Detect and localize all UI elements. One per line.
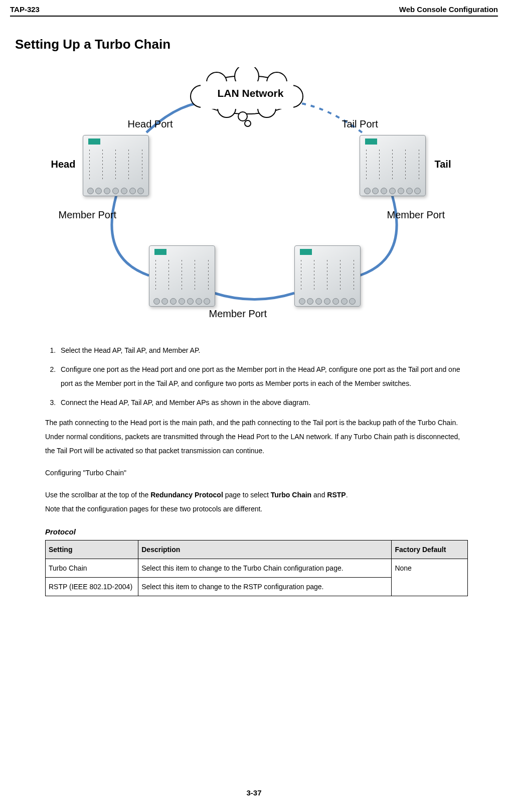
body-text: Select the Head AP, Tail AP, and Member … — [45, 343, 468, 596]
step-1: Select the Head AP, Tail AP, and Member … — [58, 343, 468, 357]
head-port-label: Head Port — [128, 118, 173, 130]
header-right: Web Console Configuration — [399, 5, 498, 14]
configuring-subheading: Configuring "Turbo Chain" — [45, 466, 468, 480]
th-setting: Setting — [46, 540, 138, 559]
use-scrollbar-paragraph: Use the scrollbar at the top of the Redu… — [45, 488, 468, 516]
member-port-right-label: Member Port — [387, 209, 445, 221]
tail-port-label: Tail Port — [342, 118, 378, 130]
member-port-left-label: Member Port — [59, 209, 117, 221]
header-left: TAP-323 — [10, 5, 40, 14]
th-description: Description — [138, 540, 392, 559]
steps-list: Select the Head AP, Tail AP, and Member … — [45, 343, 468, 410]
member-port-bottom-label: Member Port — [209, 308, 267, 320]
head-label: Head — [51, 159, 76, 170]
main-paragraph: The path connecting to the Head port is … — [45, 416, 468, 458]
step-2: Configure one port as the Head port and … — [58, 362, 468, 390]
section-title: Setting Up a Turbo Chain — [15, 37, 498, 52]
turbo-chain-diagram: LAN Network Head Port Tail Port Head Tai… — [34, 67, 475, 323]
table-row: Turbo Chain Select this item to change t… — [46, 559, 468, 578]
page-number: 3-37 — [0, 788, 508, 797]
device-member-left — [149, 245, 214, 306]
svg-point-8 — [238, 112, 247, 121]
th-factory-default: Factory Default — [392, 540, 468, 559]
protocol-title: Protocol — [45, 525, 468, 539]
cloud-label: LAN Network — [218, 87, 284, 99]
step-3: Connect the Head AP, Tail AP, and Member… — [58, 395, 468, 410]
device-tail — [360, 135, 425, 195]
svg-point-9 — [245, 120, 251, 126]
device-member-right — [294, 245, 360, 306]
tail-label: Tail — [435, 159, 451, 170]
device-head — [83, 135, 148, 195]
protocol-table: Setting Description Factory Default Turb… — [45, 540, 468, 596]
page-header: TAP-323 Web Console Configuration — [10, 5, 498, 17]
